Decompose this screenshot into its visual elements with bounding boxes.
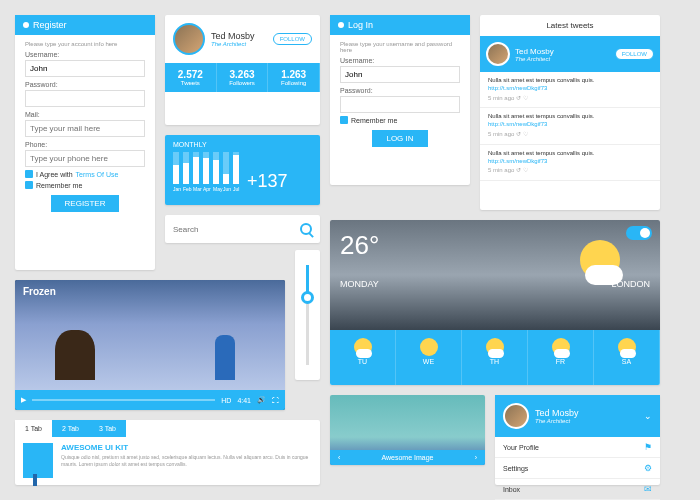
mail-input[interactable] <box>25 120 145 137</box>
forecast-row: TU WE TH FR SA <box>330 330 660 385</box>
terms-text: I Agree with <box>36 171 73 178</box>
username-input[interactable] <box>340 66 460 83</box>
remember-checkbox[interactable]: Remember me <box>25 181 145 189</box>
terms-link[interactable]: Terms Of Use <box>76 171 119 178</box>
chart-callout: +137 <box>247 171 288 192</box>
register-header: Register <box>15 15 155 35</box>
bar-may <box>213 152 219 184</box>
menu-item-inbox[interactable]: Inbox✉ <box>495 479 660 500</box>
video-controls: ▶ HD 4:41 🔊 ⛶ <box>15 390 285 410</box>
slider-handle[interactable] <box>301 291 314 304</box>
bar-feb <box>183 152 189 184</box>
menu-item-profile[interactable]: Your Profile⚑ <box>495 437 660 458</box>
video-frame[interactable]: Frozen <box>15 280 285 390</box>
weather-icon <box>618 338 636 356</box>
weather-widget: 26° MONDAYLONDON TU WE TH FR SA <box>330 220 660 385</box>
duration: 4:41 <box>237 397 251 404</box>
chevron-down-icon[interactable]: ⌄ <box>644 411 652 421</box>
stat-tweets[interactable]: 2.572Tweets <box>165 63 217 92</box>
checkbox-icon <box>340 116 348 124</box>
profile-name: Ted Mosby <box>211 31 267 41</box>
forecast-day[interactable]: SA <box>594 330 660 385</box>
progress-bar[interactable] <box>32 399 215 401</box>
stat-following[interactable]: 1.263Following <box>268 63 320 92</box>
profile-stats: 2.572Tweets 3.263Followers 1.263Followin… <box>165 63 320 92</box>
avatar <box>503 403 529 429</box>
search-input[interactable] <box>173 225 300 234</box>
weather-icon <box>486 338 504 356</box>
avatar <box>173 23 205 55</box>
register-card: Register Please type your account info h… <box>15 15 155 270</box>
username-input[interactable] <box>25 60 145 77</box>
follow-button[interactable]: FOLLOW <box>615 48 654 60</box>
password-label: Password: <box>340 87 460 94</box>
forecast-day[interactable]: TH <box>462 330 528 385</box>
password-label: Password: <box>25 81 145 88</box>
prev-icon[interactable]: ‹ <box>338 454 340 461</box>
password-input[interactable] <box>25 90 145 107</box>
phone-label: Phone: <box>25 141 145 148</box>
login-button[interactable]: LOG IN <box>372 130 427 147</box>
tab-3[interactable]: 3 Tab <box>89 420 126 437</box>
register-subtitle: Please type your account info here <box>25 41 145 47</box>
tweet-link[interactable]: http://t.sm/newDkgif73 <box>488 85 547 91</box>
password-input[interactable] <box>340 96 460 113</box>
terms-checkbox[interactable]: I Agree with Terms Of Use <box>25 170 145 178</box>
video-player: Frozen ▶ HD 4:41 🔊 ⛶ <box>15 280 285 410</box>
monthly-chart: MONTHLY JanFebMarAprMayJunJul +137 <box>165 135 320 205</box>
gear-icon: ⚙ <box>644 463 652 473</box>
quality-badge: HD <box>221 397 231 404</box>
toggle-switch[interactable] <box>626 226 652 240</box>
avatar <box>486 42 510 66</box>
bar-jan <box>173 152 179 184</box>
menu-name: Ted Mosby <box>535 408 638 418</box>
stat-followers[interactable]: 3.263Followers <box>217 63 269 92</box>
tweets-header: Ted MosbyThe Architect FOLLOW <box>480 36 660 72</box>
tab-1[interactable]: 1 Tab <box>15 420 52 437</box>
tweet-item: Nulla sit amet est tempus convallis quis… <box>480 145 660 181</box>
phone-input[interactable] <box>25 150 145 167</box>
profile-role: The Architect <box>211 41 267 47</box>
weekday: MONDAY <box>340 279 379 289</box>
bar-jul <box>233 152 239 184</box>
login-title: Log In <box>348 20 373 30</box>
forecast-day[interactable]: TU <box>330 330 396 385</box>
tab-2[interactable]: 2 Tab <box>52 420 89 437</box>
forecast-day[interactable]: FR <box>528 330 594 385</box>
profile-card: Ted MosbyThe Architect FOLLOW 2.572Tweet… <box>165 15 320 125</box>
tweet-link[interactable]: http://t.sm/newDkgif73 <box>488 158 547 164</box>
tweets-role: The Architect <box>515 56 610 62</box>
image-caption: Awesome Image <box>381 454 433 461</box>
chart-title: MONTHLY <box>173 141 207 148</box>
vertical-slider[interactable] <box>295 250 320 380</box>
fullscreen-icon[interactable]: ⛶ <box>272 397 279 404</box>
register-button[interactable]: REGISTER <box>51 195 120 212</box>
paint-roller-icon <box>23 443 53 478</box>
checkbox-icon <box>25 170 33 178</box>
forecast-day[interactable]: WE <box>396 330 462 385</box>
login-subtitle: Please type your username and password h… <box>340 41 460 53</box>
menu-role: The Architect <box>535 418 638 424</box>
follow-button[interactable]: FOLLOW <box>273 33 312 45</box>
tweet-link[interactable]: http://t.sm/newDkgif73 <box>488 121 547 127</box>
login-header: Log In <box>330 15 470 35</box>
remember-checkbox[interactable]: Remember me <box>340 116 460 124</box>
tabs-card: 1 Tab 2 Tab 3 Tab AWESOME UI KITQuisque … <box>15 420 320 485</box>
search-box <box>165 215 320 243</box>
tab-body: Quisque odio nisl, pretium sit amet just… <box>61 454 312 467</box>
login-card: Log In Please type your username and pas… <box>330 15 470 185</box>
next-icon[interactable]: › <box>475 454 477 461</box>
tweets-name: Ted Mosby <box>515 47 610 56</box>
tweets-title: Latest tweets <box>480 15 660 36</box>
message-icon: ✉ <box>644 484 652 494</box>
tweet-item: Nulla sit amet est tempus convallis quis… <box>480 108 660 144</box>
menu-item-settings[interactable]: Settings⚙ <box>495 458 660 479</box>
search-icon[interactable] <box>300 223 312 235</box>
mail-label: Mail: <box>25 111 145 118</box>
bullet-icon <box>23 22 29 28</box>
play-icon[interactable]: ▶ <box>21 396 26 404</box>
bar-jun <box>223 152 229 184</box>
bullet-icon <box>338 22 344 28</box>
profile-menu: Ted MosbyThe Architect ⌄ Your Profile⚑ S… <box>495 395 660 485</box>
volume-icon[interactable]: 🔊 <box>257 396 266 404</box>
